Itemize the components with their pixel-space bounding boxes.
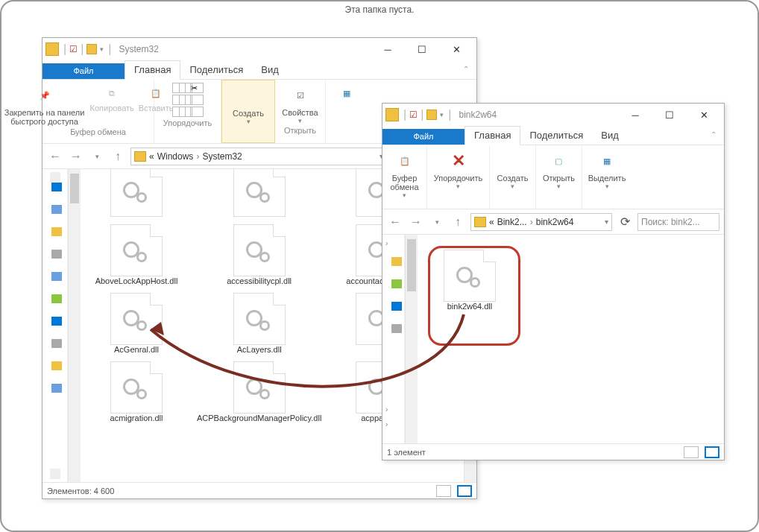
open-button[interactable]: ▢ Открыть ▾ [543, 148, 575, 190]
chevron-down-icon: ▾ [557, 183, 561, 190]
organize-mini-buttons[interactable] [172, 83, 186, 117]
thispc-icon[interactable] [391, 302, 402, 311]
collapse-ribbon-icon[interactable]: ⌃ [711, 130, 717, 139]
tree-chevron-icon[interactable]: › [385, 405, 388, 414]
tab-share[interactable]: Поделиться [180, 61, 252, 79]
maximize-button[interactable]: ☐ [652, 104, 687, 126]
forward-button[interactable]: → [68, 148, 84, 165]
ribbon-tabs: Файл Главная Поделиться Вид ⌃ [382, 126, 724, 145]
quickaccess-icon[interactable] [51, 183, 62, 191]
minimize-button[interactable]: ─ [618, 104, 652, 126]
status-bar: Элементов: 4 600 [42, 482, 476, 498]
tab-file[interactable]: Файл [382, 129, 464, 145]
nav-tree-pane[interactable]: › › › [382, 235, 405, 443]
details-view-button[interactable] [436, 485, 451, 497]
properties-label: Свойства [282, 108, 318, 117]
qat-checkbox-icon[interactable]: ☑ [69, 44, 78, 54]
copy-button[interactable]: ⧉Копировать [90, 83, 134, 113]
file-name: AcLayers.dll [237, 345, 282, 354]
pin-label: Закрепить на панели быстрого доступа [4, 108, 86, 126]
forward-button[interactable]: → [408, 214, 424, 230]
tab-home[interactable]: Главная [464, 126, 520, 145]
refresh-button[interactable]: ⟳ [617, 214, 633, 230]
chevron-down-icon: ▾ [403, 191, 406, 199]
icons-view-button[interactable] [457, 485, 472, 497]
onedrive-icon[interactable] [391, 279, 402, 288]
file-item[interactable]: AboveLockAppHost.dll [95, 224, 177, 285]
tab-share[interactable]: Поделиться [520, 127, 592, 145]
tree-scrollbar[interactable] [405, 235, 418, 443]
qat-dropdown-icon[interactable]: ▾ [100, 45, 104, 53]
desktop-icon[interactable] [51, 205, 62, 214]
address-dropdown-icon[interactable]: ▾ [605, 218, 608, 226]
chevron-right-icon[interactable]: › [530, 217, 533, 227]
downloads-icon[interactable] [51, 227, 62, 236]
back-button[interactable]: ← [47, 148, 63, 165]
network-icon[interactable] [51, 361, 62, 370]
collapse-ribbon-icon[interactable]: ⌃ [463, 65, 469, 73]
chevron-right-icon[interactable]: › [196, 151, 199, 162]
onedrive-icon[interactable] [51, 294, 62, 303]
tree-scrollbar[interactable] [68, 169, 81, 482]
drive2-icon[interactable] [51, 384, 62, 393]
file-item[interactable]: accessibilitycpl.dll [218, 224, 300, 285]
breadcrumb-windows[interactable]: Windows [157, 151, 194, 162]
tree-chevron-icon[interactable]: › [385, 239, 388, 247]
file-item[interactable]: AcLayers.dll [218, 293, 300, 354]
new-folder-button[interactable]: Создать ▾ [233, 83, 264, 125]
breadcrumb-system32[interactable]: System32 [202, 151, 242, 162]
file-item[interactable]: acmigration.dll [95, 361, 177, 422]
drive-icon[interactable] [391, 324, 402, 333]
file-item-bink2w64[interactable]: bink2w64.dll [432, 250, 507, 311]
explorer-window-bink2w64: | ☑ | ▾ | bink2w64 ─ ☐ ✕ Файл Главная По… [382, 103, 725, 460]
qat-checkbox-icon[interactable]: ☑ [409, 110, 418, 120]
create-button[interactable]: Создать ▾ [497, 148, 529, 190]
tab-file[interactable]: Файл [42, 63, 125, 79]
back-button[interactable]: ← [387, 214, 403, 230]
file-list-pane[interactable]: bink2w64.dll [418, 235, 724, 443]
file-item[interactable] [95, 169, 177, 217]
file-item[interactable] [218, 169, 300, 217]
search-input[interactable]: Поиск: bink2... [637, 213, 719, 231]
address-bar[interactable]: « Windows › System32 ▾ [130, 148, 387, 165]
breadcrumb-seg2[interactable]: bink2w64 [536, 217, 574, 227]
qat-separator: | [63, 42, 66, 56]
file-item[interactable]: AcGenral.dll [95, 293, 177, 354]
folder-icon[interactable] [391, 257, 402, 266]
properties-button[interactable]: ☑ Свойства ▾ [282, 83, 318, 124]
qat-dropdown-icon[interactable]: ▾ [440, 111, 444, 118]
tab-view[interactable]: Вид [252, 61, 288, 79]
address-bar[interactable]: « Bink2... › bink2w64 ▾ [470, 213, 612, 231]
select-button[interactable]: ▦ [336, 83, 357, 104]
tab-home[interactable]: Главная [125, 60, 180, 80]
minimize-button[interactable]: ─ [371, 38, 405, 60]
recent-locations-icon[interactable]: ▾ [89, 148, 105, 165]
drive-icon[interactable] [51, 339, 62, 348]
nav-tree-pane[interactable] [42, 169, 68, 482]
close-button[interactable]: ✕ [687, 104, 721, 126]
scroll-up-icon[interactable] [50, 172, 60, 183]
scroll-down-icon[interactable] [50, 469, 60, 479]
tree-chevron-icon[interactable]: › [385, 420, 388, 428]
documents-icon[interactable] [51, 250, 62, 259]
breadcrumb-seg1[interactable]: Bink2... [497, 217, 527, 227]
icons-view-button[interactable] [705, 446, 719, 458]
select-button[interactable]: ▦ Выделить ▾ [588, 148, 626, 190]
file-item[interactable]: ACPBackgroundManagerPolicy.dll [218, 361, 300, 422]
details-view-button[interactable] [684, 446, 699, 458]
clipboard-button[interactable]: 📋 Буфер обмена ▾ [390, 148, 418, 199]
titlebar[interactable]: | ☑ | ▾ | System32 ─ ☐ ✕ [42, 38, 476, 60]
recent-locations-icon[interactable]: ▾ [429, 214, 445, 230]
close-button[interactable]: ✕ [439, 38, 473, 60]
maximize-button[interactable]: ☐ [405, 38, 439, 60]
pin-to-quickaccess-button[interactable]: 📌 Закрепить на панели быстрого доступа [4, 83, 86, 126]
up-button[interactable]: ↑ [450, 214, 466, 230]
pictures-icon[interactable] [51, 272, 62, 281]
thispc-icon[interactable] [51, 317, 62, 326]
organize-mini-buttons-2[interactable]: ✂ [190, 83, 204, 117]
up-button[interactable]: ↑ [110, 148, 126, 165]
tab-view[interactable]: Вид [592, 127, 628, 145]
file-name: ACPBackgroundManagerPolicy.dll [197, 414, 321, 422]
titlebar[interactable]: | ☑ | ▾ | bink2w64 ─ ☐ ✕ [382, 104, 724, 126]
organize-button[interactable]: ✕ Упорядочить ▾ [434, 148, 482, 190]
